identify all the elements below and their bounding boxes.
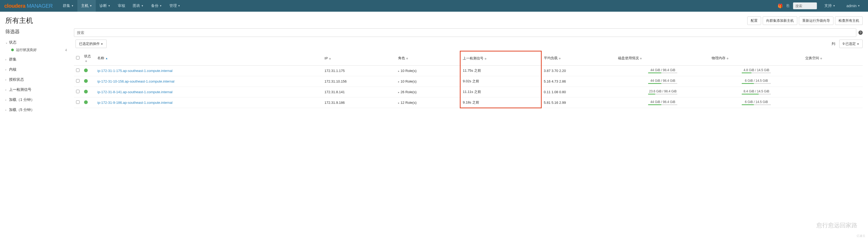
status-good-icon bbox=[84, 100, 88, 104]
mem-cell: 4.8 GiB / 14.5 GiB bbox=[710, 65, 803, 76]
col-load[interactable]: 平均负载◆ bbox=[541, 51, 616, 66]
host-name-link[interactable]: ip-172-31-9-186.ap-southeast-1.compute.i… bbox=[97, 101, 173, 105]
navbar: cloudera MANAGER 群集▼主机▼诊断▼审核图表▼备份▼管理▼ 🎁 … bbox=[0, 0, 868, 12]
nav-item[interactable]: 诊断▼ bbox=[96, 0, 114, 12]
global-search-input[interactable] bbox=[793, 2, 817, 9]
status-good-icon bbox=[84, 90, 88, 94]
rerun-upgrade-button[interactable]: 重新运行升级向导 bbox=[799, 16, 833, 25]
filter-head-load5[interactable]: ›加载（5 分钟） bbox=[5, 106, 69, 114]
filter-head-signal[interactable]: ›上一检测信号 bbox=[5, 86, 69, 94]
sort-icon: ◆ bbox=[485, 57, 487, 60]
filter-sidebar: 筛选器 ⌄ 状态 运行状况良好 4 ›群集 ›内核 ›授权状态 ›上一检测信号 … bbox=[5, 28, 69, 116]
help-icon[interactable]: ? bbox=[859, 31, 863, 35]
gift-icon[interactable]: 🎁 bbox=[778, 3, 783, 8]
caret-down-icon: ▼ bbox=[857, 43, 859, 45]
config-button[interactable]: 配置 bbox=[747, 16, 761, 25]
signal-cell: 9.02s 之前 bbox=[460, 76, 541, 87]
columns-select-button[interactable]: 9 已选定 ▼ bbox=[839, 40, 863, 48]
select-all-checkbox[interactable] bbox=[76, 56, 80, 60]
disk-cell: 44 GiB / 98.4 GiB bbox=[616, 97, 710, 108]
primary-nav: 群集▼主机▼诊断▼审核图表▼备份▼管理▼ bbox=[59, 0, 184, 12]
roles-cell[interactable]: ▸10 Role(s) bbox=[396, 76, 460, 87]
brand-logo[interactable]: cloudera MANAGER bbox=[4, 3, 53, 9]
row-checkbox[interactable] bbox=[76, 79, 80, 82]
nav-item[interactable]: 图表▼ bbox=[129, 0, 147, 12]
nav-item[interactable]: 主机▼ bbox=[78, 0, 96, 12]
col-name[interactable]: 名称▲ bbox=[95, 51, 322, 66]
swap-cell bbox=[803, 76, 863, 87]
signal-cell: 11.11s 之前 bbox=[460, 87, 541, 97]
filter-group-status: ⌄ 状态 运行状况良好 4 bbox=[5, 38, 69, 54]
caret-right-icon: ▸ bbox=[398, 80, 399, 83]
user-menu[interactable]: admin▼ bbox=[843, 4, 864, 8]
col-status[interactable]: 状态◆ bbox=[82, 51, 95, 66]
nav-item[interactable]: 审核 bbox=[114, 0, 129, 12]
support-menu[interactable]: 支持▼ bbox=[821, 3, 839, 8]
filter-count: 4 bbox=[65, 48, 69, 52]
caret-down-icon: ▼ bbox=[160, 4, 162, 7]
chevron-right-icon: › bbox=[5, 78, 9, 81]
col-roles[interactable]: 角色◆ bbox=[396, 51, 460, 66]
caret-right-icon: ▸ bbox=[398, 70, 399, 72]
sort-icon: ◆ bbox=[85, 60, 87, 62]
caret-down-icon: ▼ bbox=[858, 4, 860, 7]
status-good-icon bbox=[84, 79, 88, 83]
disk-cell: 44 GiB / 98.4 GiB bbox=[616, 65, 710, 76]
swap-cell bbox=[803, 87, 863, 97]
disk-cell: 23.6 GiB / 98.4 GiB bbox=[616, 87, 710, 97]
col-mem[interactable]: 物理内存◆ bbox=[710, 51, 803, 66]
mem-cell: 6 GiB / 14.5 GiB bbox=[710, 76, 803, 87]
table-row: ip-172-31-1-175.ap-southeast-1.compute.i… bbox=[74, 65, 863, 76]
parcel-icon[interactable]: ⎘ bbox=[786, 3, 789, 8]
roles-cell[interactable]: ▸26 Role(s) bbox=[396, 87, 460, 97]
row-checkbox[interactable] bbox=[76, 100, 80, 104]
host-name-link[interactable]: ip-172-31-10-156.ap-southeast-1.compute.… bbox=[97, 79, 175, 83]
ip-cell: 172.31.1.175 bbox=[322, 65, 396, 76]
host-name-link[interactable]: ip-172-31-1-175.ap-southeast-1.compute.i… bbox=[97, 69, 173, 73]
page-title: 所有主机 bbox=[5, 16, 33, 25]
sort-asc-icon: ▲ bbox=[105, 57, 108, 60]
table-row: ip-172-31-8-141.ap-southeast-1.compute.i… bbox=[74, 87, 863, 97]
ip-cell: 172.31.8.141 bbox=[322, 87, 396, 97]
columns-label: 列: bbox=[832, 41, 836, 46]
inspect-hosts-button[interactable]: 检查所有主机 bbox=[835, 16, 863, 25]
col-disk[interactable]: 磁盘使用情况◆ bbox=[616, 51, 710, 66]
load-cell: 0.11 1.08 0.80 bbox=[541, 87, 616, 97]
filter-head-cluster[interactable]: ›群集 bbox=[5, 56, 69, 64]
load-cell: 5.16 4.73 2.86 bbox=[541, 76, 616, 87]
roles-cell[interactable]: ▸10 Role(s) bbox=[396, 65, 460, 76]
swap-cell bbox=[803, 65, 863, 76]
mem-cell: 8.4 GiB / 14.5 GiB bbox=[710, 87, 803, 97]
nav-item[interactable]: 群集▼ bbox=[59, 0, 78, 12]
caret-right-icon: ▸ bbox=[398, 101, 399, 104]
chevron-right-icon: › bbox=[5, 68, 9, 71]
table-row: ip-172-31-10-156.ap-southeast-1.compute.… bbox=[74, 76, 863, 87]
filter-head-kernel[interactable]: ›内核 bbox=[5, 66, 69, 73]
ip-cell: 172.31.9.186 bbox=[322, 97, 396, 108]
filter-head-auth[interactable]: ›授权状态 bbox=[5, 76, 69, 83]
row-checkbox[interactable] bbox=[76, 68, 80, 72]
host-search-input[interactable] bbox=[74, 28, 856, 37]
page-header: 所有主机 配置 向群集添加新主机 重新运行升级向导 检查所有主机 bbox=[0, 12, 868, 28]
filter-item-good-health[interactable]: 运行状况良好 4 bbox=[5, 46, 69, 54]
caret-down-icon: ▼ bbox=[71, 4, 74, 7]
col-signal[interactable]: 上一检测信号◆ bbox=[460, 51, 541, 66]
ip-cell: 172.31.10.156 bbox=[322, 76, 396, 87]
table-row: ip-172-31-9-186.ap-southeast-1.compute.i… bbox=[74, 97, 863, 108]
host-name-link[interactable]: ip-172-31-8-141.ap-southeast-1.compute.i… bbox=[97, 90, 173, 94]
signal-cell: 11.75s 之前 bbox=[460, 65, 541, 76]
col-swap[interactable]: 交换空间◆ bbox=[803, 51, 863, 66]
chevron-right-icon: › bbox=[5, 98, 9, 101]
filter-head-load1[interactable]: ›加载（1 分钟） bbox=[5, 96, 69, 104]
nav-item[interactable]: 备份▼ bbox=[147, 0, 166, 12]
table-header-row: 状态◆ 名称▲ IP◆ 角色◆ 上一检测信号◆ 平均负载◆ 磁盘使用情况◆ 物理… bbox=[74, 51, 863, 66]
roles-cell[interactable]: ▸12 Role(s) bbox=[396, 97, 460, 108]
caret-down-icon: ▼ bbox=[108, 4, 111, 7]
col-ip[interactable]: IP◆ bbox=[322, 51, 396, 66]
selected-ops-button[interactable]: 已选定的操作 ▼ bbox=[75, 40, 106, 48]
row-checkbox[interactable] bbox=[76, 90, 80, 93]
filter-head-status[interactable]: ⌄ 状态 bbox=[5, 38, 69, 46]
add-host-button[interactable]: 向群集添加新主机 bbox=[763, 16, 797, 25]
nav-item[interactable]: 管理▼ bbox=[166, 0, 184, 12]
swap-cell bbox=[803, 97, 863, 108]
